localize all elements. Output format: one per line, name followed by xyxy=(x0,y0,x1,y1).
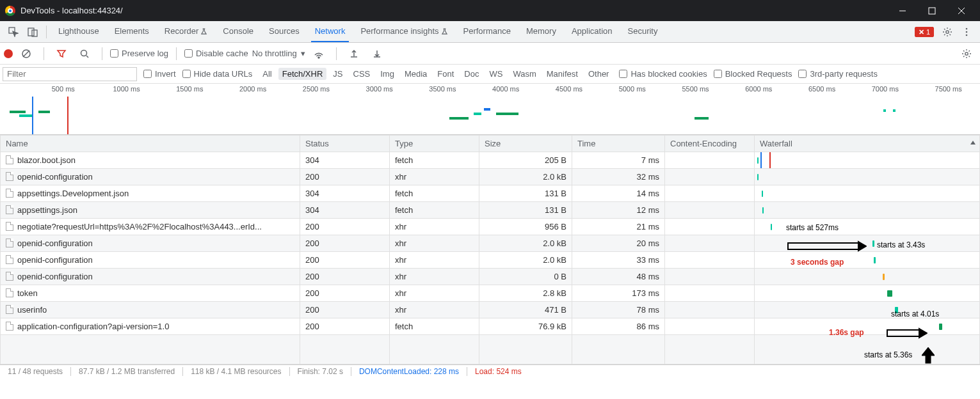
cell-status: 200 xyxy=(300,302,390,318)
overview-timeline[interactable]: 500 ms1000 ms1500 ms2000 ms2500 ms3000 m… xyxy=(0,84,980,135)
import-har-icon[interactable] xyxy=(346,46,362,61)
type-filter-wasm[interactable]: Wasm xyxy=(509,68,540,80)
cell-type: xhr xyxy=(390,219,479,235)
waterfall-bar xyxy=(874,257,876,263)
third-party-checkbox[interactable]: 3rd-party requests xyxy=(798,69,878,79)
svg-rect-5 xyxy=(28,28,34,36)
settings-gear-icon[interactable] xyxy=(940,24,955,40)
device-toolbar-icon[interactable] xyxy=(25,24,40,40)
hide-data-urls-checkbox[interactable]: Hide data URLs xyxy=(182,69,253,79)
type-filter-doc[interactable]: Doc xyxy=(460,68,483,80)
svg-rect-21 xyxy=(788,243,858,249)
column-header-size[interactable]: Size xyxy=(479,136,572,152)
file-icon xyxy=(6,255,13,264)
minimize-button[interactable] xyxy=(888,0,917,21)
chrome-icon xyxy=(5,6,15,16)
type-filter-all[interactable]: All xyxy=(259,68,275,80)
maximize-button[interactable] xyxy=(917,0,947,21)
column-header-status[interactable]: Status xyxy=(300,136,390,152)
cell-status: 200 xyxy=(300,285,390,302)
overview-activity-mark xyxy=(893,109,896,112)
type-filter-css[interactable]: CSS xyxy=(349,68,374,80)
cell-name: negotiate?requestUrl=https%3A%2F%2Flocal… xyxy=(1,219,300,235)
filter-input[interactable] xyxy=(3,67,137,81)
inspect-element-icon[interactable] xyxy=(6,24,21,40)
tab-application[interactable]: Application xyxy=(564,20,620,42)
table-row[interactable]: blazor.boot.json304fetch205 B7 ms xyxy=(1,152,980,169)
tab-security[interactable]: Security xyxy=(620,20,666,42)
overview-tick: 1000 ms xyxy=(113,85,140,93)
column-header-type[interactable]: Type xyxy=(390,136,479,152)
cell-content-encoding xyxy=(665,219,755,235)
overview-tick: 5000 ms xyxy=(619,85,646,93)
cell-waterfall xyxy=(755,285,980,302)
annotation-label: 1.36s gap xyxy=(829,328,864,337)
type-filter-other[interactable]: Other xyxy=(584,68,613,80)
sort-asc-icon xyxy=(970,141,976,145)
blocked-cookies-checkbox[interactable]: Has blocked cookies xyxy=(619,69,707,79)
type-filter-js[interactable]: JS xyxy=(329,68,346,80)
cell-waterfall xyxy=(755,318,980,335)
cell-size: 471 B xyxy=(479,302,572,318)
tab-lighthouse[interactable]: Lighthouse xyxy=(51,20,107,42)
filter-funnel-icon[interactable] xyxy=(54,46,69,61)
export-har-icon[interactable] xyxy=(369,46,385,61)
type-filter-media[interactable]: Media xyxy=(401,68,431,80)
tab-recorder[interactable]: Recorder xyxy=(157,20,215,42)
tab-network[interactable]: Network xyxy=(307,20,353,42)
tab-performance-insights[interactable]: Performance insights xyxy=(353,20,455,42)
table-row[interactable]: openid-configuration200xhr2.0 kB32 ms xyxy=(1,169,980,185)
svg-line-14 xyxy=(23,51,29,57)
table-row[interactable]: openid-configuration200xhr0 B48 ms xyxy=(1,269,980,285)
cell-status: 200 xyxy=(300,252,390,269)
errors-badge[interactable]: ✕1 xyxy=(915,27,934,37)
cell-type: xhr xyxy=(390,252,479,269)
type-filter-img[interactable]: Img xyxy=(376,68,398,80)
annotation-label: starts at 5.36s xyxy=(864,350,912,359)
type-filter-font[interactable]: Font xyxy=(433,68,458,80)
column-header-content-encoding[interactable]: Content-Encoding xyxy=(665,136,755,152)
network-conditions-icon[interactable] xyxy=(311,46,326,61)
search-icon[interactable] xyxy=(77,46,92,61)
type-filter-ws[interactable]: WS xyxy=(485,68,506,80)
table-row[interactable]: userinfo200xhr471 B78 ms xyxy=(1,302,980,318)
column-header-name[interactable]: Name xyxy=(1,136,300,152)
tab-elements[interactable]: Elements xyxy=(107,20,157,42)
cell-waterfall xyxy=(755,252,980,269)
svg-point-12 xyxy=(966,34,968,36)
clear-icon[interactable] xyxy=(19,46,34,61)
cell-time: 32 ms xyxy=(572,169,665,185)
preserve-log-checkbox[interactable]: Preserve log xyxy=(110,49,168,58)
disable-cache-checkbox[interactable]: Disable cache xyxy=(184,49,248,58)
table-row[interactable]: token200xhr2.8 kB173 ms xyxy=(1,285,980,302)
cell-type: fetch xyxy=(390,152,479,169)
network-settings-gear-icon[interactable] xyxy=(959,46,974,61)
column-header-time[interactable]: Time xyxy=(572,136,665,152)
column-header-waterfall[interactable]: Waterfall xyxy=(755,136,980,152)
tab-console[interactable]: Console xyxy=(215,20,261,42)
throttling-select[interactable]: No throttling▾ xyxy=(252,49,305,58)
cell-content-encoding xyxy=(665,285,755,302)
type-filter-fetch-xhr[interactable]: Fetch/XHR xyxy=(278,68,327,80)
overview-tick: 5500 ms xyxy=(682,85,709,93)
close-button[interactable] xyxy=(947,0,976,21)
invert-checkbox[interactable]: Invert xyxy=(143,69,176,79)
file-icon xyxy=(6,205,13,214)
tab-performance[interactable]: Performance xyxy=(456,20,518,42)
cell-name: appsettings.Development.json xyxy=(1,185,300,202)
tab-memory[interactable]: Memory xyxy=(518,20,564,42)
waterfall-bar xyxy=(762,207,764,214)
cell-name: openid-configuration xyxy=(1,252,300,269)
tab-sources[interactable]: Sources xyxy=(261,20,307,42)
table-row[interactable]: appsettings.Development.json304fetch131 … xyxy=(1,185,980,202)
annotation-label: 3 seconds gap xyxy=(791,258,844,267)
more-menu-icon[interactable] xyxy=(959,24,974,40)
cell-size: 131 B xyxy=(479,185,572,202)
table-row[interactable]: appsettings.json304fetch131 B12 ms xyxy=(1,202,980,219)
type-filter-manifest[interactable]: Manifest xyxy=(543,68,582,80)
cell-content-encoding xyxy=(665,269,755,285)
record-button[interactable] xyxy=(4,49,13,58)
blocked-requests-checkbox[interactable]: Blocked Requests xyxy=(714,69,792,79)
svg-line-16 xyxy=(86,56,88,58)
cell-waterfall xyxy=(755,269,980,285)
